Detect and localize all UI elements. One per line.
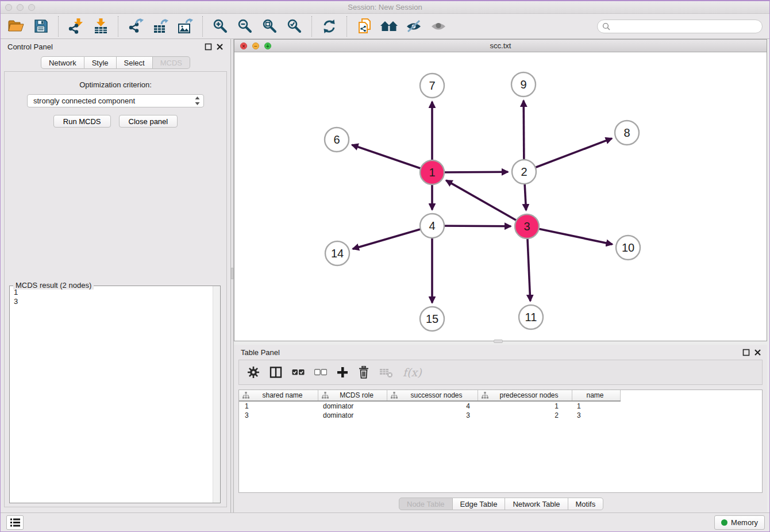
zoom-fit-button[interactable] — [260, 17, 279, 36]
column-type-icon — [482, 392, 488, 399]
close-table-panel-icon[interactable] — [754, 349, 761, 356]
tab-network-table[interactable]: Network Table — [505, 498, 568, 510]
graph-node-4[interactable]: 4 — [420, 214, 444, 238]
network-canvas[interactable]: 7968124314101511 — [234, 52, 767, 341]
control-panel: Control Panel Network Style Select MCDS … — [1, 39, 230, 514]
graph-node-6[interactable]: 6 — [325, 128, 349, 152]
zoom-in-icon — [213, 18, 228, 34]
svg-text:8: 8 — [623, 126, 630, 139]
svg-text:14: 14 — [331, 247, 344, 260]
tab-style[interactable]: Style — [84, 56, 117, 69]
show-selected-button[interactable] — [429, 17, 448, 36]
clone-network-button[interactable] — [355, 17, 374, 36]
graph-node-9[interactable]: 9 — [511, 72, 536, 97]
import-network-button[interactable] — [66, 17, 86, 36]
table-toolbar: f(x) — [238, 360, 763, 385]
table-cell: 3 — [239, 411, 318, 419]
column-header-shared-name[interactable]: shared name — [239, 390, 318, 400]
table-settings-button[interactable] — [247, 366, 260, 379]
mcds-result-line: 3 — [14, 297, 209, 306]
search-input[interactable] — [613, 21, 757, 31]
toolbar-separator — [118, 16, 118, 37]
tab-network[interactable]: Network — [41, 56, 84, 69]
plus-icon — [337, 367, 348, 378]
graph-node-14[interactable]: 14 — [325, 241, 349, 265]
function-builder-button-disabled: f(x) — [403, 366, 422, 379]
graph-node-1[interactable]: 1 — [420, 160, 444, 184]
table-cell: dominator — [318, 402, 387, 410]
svg-text:2: 2 — [521, 165, 527, 178]
network-title: scc.txt — [234, 41, 767, 50]
run-mcds-button[interactable]: Run MCDS — [53, 115, 111, 128]
table-row[interactable]: 1dominator411 — [239, 402, 762, 411]
unselect-all-columns-button[interactable] — [314, 369, 327, 376]
create-column-button[interactable] — [337, 367, 348, 378]
graph-edge-2-8[interactable] — [524, 138, 612, 172]
export-image-button[interactable] — [175, 17, 195, 36]
list-icon — [10, 518, 20, 527]
table-cell: 1 — [478, 402, 572, 410]
float-table-panel-icon[interactable] — [742, 349, 750, 356]
export-table-button[interactable] — [151, 17, 170, 36]
delete-table-button-disabled — [379, 367, 393, 378]
graph-node-3[interactable]: 3 — [515, 214, 539, 238]
search-icon — [602, 22, 610, 30]
graph-edge-3-10[interactable] — [527, 226, 613, 244]
save-session-button[interactable] — [31, 17, 51, 36]
zoom-in-button[interactable] — [210, 17, 230, 36]
close-panel-icon[interactable] — [216, 43, 224, 51]
column-header-name[interactable]: name — [572, 390, 621, 400]
main-toolbar — [1, 14, 769, 39]
homes-button[interactable] — [379, 17, 399, 36]
graph-node-2[interactable]: 2 — [512, 160, 536, 184]
tab-select[interactable]: Select — [117, 56, 153, 69]
tab-node-table[interactable]: Node Table — [399, 498, 453, 510]
graph-node-11[interactable]: 11 — [519, 305, 543, 329]
column-header-predecessor-nodes[interactable]: predecessor nodes — [478, 390, 572, 400]
unchecked-boxes-icon — [314, 369, 327, 376]
network-view-window: × − + scc.txt 7968124314101511 — [234, 39, 767, 341]
zoom-selected-button[interactable] — [284, 17, 304, 36]
graph-node-7[interactable]: 7 — [420, 74, 444, 98]
tab-motifs[interactable]: Motifs — [568, 498, 604, 510]
hide-selected-button[interactable] — [404, 17, 424, 36]
zoom-out-button[interactable] — [235, 17, 255, 36]
table-row[interactable]: 3dominator323 — [239, 411, 762, 420]
graph-node-15[interactable]: 15 — [420, 307, 444, 331]
memory-button[interactable]: Memory — [714, 515, 765, 530]
graph-node-8[interactable]: 8 — [615, 121, 639, 145]
show-column-panel-button[interactable] — [270, 366, 282, 379]
splitter-grip[interactable] — [231, 268, 233, 279]
tab-edge-table[interactable]: Edge Table — [453, 498, 506, 510]
delete-column-button[interactable] — [358, 366, 369, 379]
export-image-icon — [178, 18, 193, 34]
float-panel-icon[interactable] — [205, 43, 212, 51]
network-window-titlebar[interactable]: × − + scc.txt — [234, 40, 767, 52]
close-panel-button[interactable]: Close panel — [119, 115, 178, 128]
tab-mcds[interactable]: MCDS — [153, 56, 190, 69]
column-header-mcds-role[interactable]: MCDS role — [318, 390, 387, 400]
graph-node-10[interactable]: 10 — [616, 236, 640, 260]
refresh-button[interactable] — [319, 17, 339, 36]
horizontal-splitter-grip[interactable] — [494, 340, 503, 343]
mcds-result-list[interactable]: 1 3 — [10, 286, 213, 503]
task-history-button[interactable] — [6, 515, 24, 530]
control-panel-title: Control Panel — [7, 43, 53, 51]
export-network-button[interactable] — [126, 17, 145, 36]
result-scrollbar[interactable] — [213, 286, 220, 503]
table-panel-title: Table Panel — [241, 348, 280, 357]
svg-text:3: 3 — [523, 220, 530, 233]
table-body: 1dominator4113dominator323 — [239, 402, 762, 420]
graph-edge-3-1[interactable] — [446, 180, 527, 226]
control-panel-tabs: Network Style Select MCDS — [1, 56, 230, 69]
column-type-icon — [322, 392, 329, 399]
select-all-columns-button[interactable] — [292, 369, 305, 376]
open-session-button[interactable] — [6, 17, 26, 36]
save-icon — [34, 19, 48, 33]
toolbar-separator — [346, 16, 347, 37]
column-header-successor-nodes[interactable]: successor nodes — [387, 390, 478, 400]
svg-text:10: 10 — [622, 241, 634, 254]
optimization-criterion-select[interactable]: strongly connected component — [27, 94, 204, 107]
import-table-button[interactable] — [91, 17, 110, 36]
search-box[interactable] — [597, 20, 763, 33]
